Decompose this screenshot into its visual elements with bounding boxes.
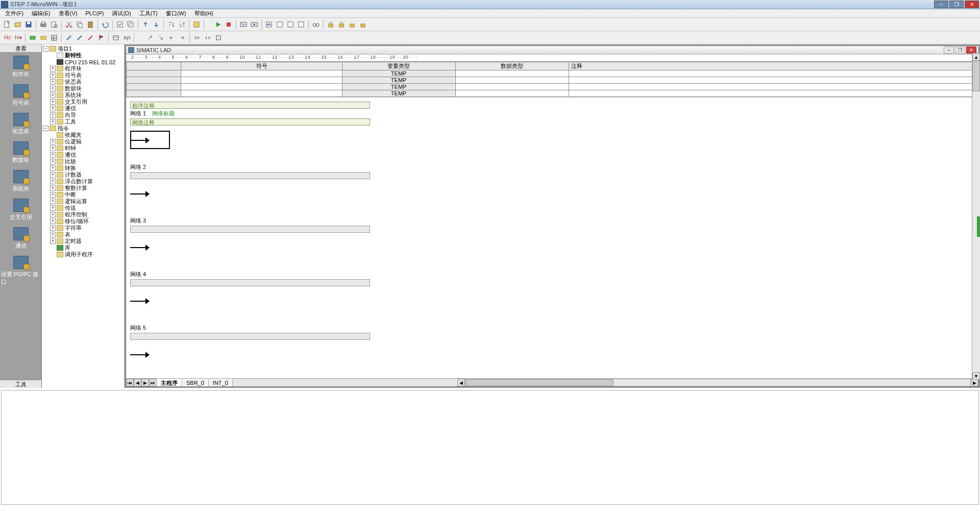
nav-item-status-table[interactable]: 状态表: [0, 110, 41, 138]
tree-node-instr[interactable]: −指令: [43, 125, 123, 132]
output-panel[interactable]: [1, 390, 979, 505]
wand1-button[interactable]: [64, 33, 74, 43]
menu-debug[interactable]: 调试(D): [108, 9, 135, 18]
variable-table[interactable]: 符号 变量类型 数据类型 注释 TEMPTEMPTEMPTEMP: [126, 62, 978, 97]
tree-node[interactable]: +字符串: [43, 225, 123, 231]
nav-item-program-block[interactable]: 程序块: [0, 53, 41, 81]
rung[interactable]: [130, 291, 978, 312]
col-comment[interactable]: 注释: [569, 62, 978, 70]
expand-icon[interactable]: +: [50, 79, 56, 85]
tab-first-button[interactable]: ⏮: [126, 379, 134, 386]
table-row[interactable]: TEMP: [127, 70, 978, 77]
tree-node[interactable]: +状态表: [43, 79, 123, 85]
new-button[interactable]: [2, 19, 12, 30]
network[interactable]: 网络 3: [130, 217, 978, 258]
cell-vartype[interactable]: TEMP: [342, 90, 455, 97]
tree-node[interactable]: +数据块: [43, 85, 123, 92]
wand3-button[interactable]: [85, 33, 95, 43]
arrow-left-button[interactable]: [166, 33, 177, 43]
mdi-restore-button[interactable]: ❐: [955, 46, 965, 54]
hscroll-track[interactable]: [465, 379, 971, 386]
copy-button[interactable]: [75, 19, 85, 30]
network-title-link[interactable]: 网络标题: [152, 110, 175, 116]
col-vartype[interactable]: 变量类型: [342, 62, 455, 70]
collapse-icon[interactable]: −: [43, 46, 48, 52]
lock1-button[interactable]: [326, 19, 336, 30]
tab-next-button[interactable]: ▶: [141, 379, 149, 386]
download-button[interactable]: [151, 19, 161, 30]
tree-node[interactable]: +程序块: [43, 65, 123, 72]
sort-desc-button[interactable]: [177, 19, 187, 30]
tab-prev-button[interactable]: ◀: [134, 379, 141, 386]
table-row[interactable]: TEMP: [127, 77, 978, 84]
tree-node[interactable]: +工具: [43, 118, 123, 125]
table-button[interactable]: [49, 33, 59, 43]
vscroll-thumb[interactable]: [972, 61, 980, 91]
stop-button[interactable]: [224, 19, 234, 30]
menu-plc[interactable]: PLC(P): [81, 10, 108, 17]
network[interactable]: 网络 4: [130, 271, 978, 312]
sym-button[interactable]: sym: [121, 33, 132, 43]
tab-main[interactable]: 主程序: [157, 379, 182, 386]
wand2-button[interactable]: [75, 33, 85, 43]
cell-datatype[interactable]: [455, 90, 569, 97]
ladder-canvas[interactable]: 程序注释 网络 1网络标题网络注释网络 2网络 3网络 4网络 5: [126, 97, 978, 378]
nav-item-pgpc[interactable]: 设置 PG/PC 接口: [0, 253, 41, 289]
cell-symbol[interactable]: [181, 70, 342, 77]
project-tree[interactable]: −项目1 新特性 CPU 215 REL 01.02 +程序块+符号表+状态表+…: [42, 44, 125, 388]
hscroll-left-button[interactable]: ◀: [457, 379, 465, 386]
expand-handle[interactable]: [977, 216, 980, 237]
nav-item-cross-ref[interactable]: 交叉引用: [0, 196, 41, 224]
tree-node-project[interactable]: −项目1: [43, 45, 123, 52]
tree-node-fav[interactable]: 收藏夹: [43, 132, 123, 138]
nav-footer[interactable]: 工具: [0, 380, 41, 388]
network-comment[interactable]: [130, 333, 370, 340]
cell-comment[interactable]: [569, 77, 978, 84]
glasses-button[interactable]: [311, 19, 321, 30]
upload-button[interactable]: [140, 19, 151, 30]
nav-item-comm[interactable]: 通信: [0, 224, 41, 253]
tab-last-button[interactable]: ⏭: [149, 379, 157, 386]
cell-datatype[interactable]: [455, 84, 569, 90]
network[interactable]: 网络 2: [130, 163, 978, 205]
print-button[interactable]: [38, 19, 48, 30]
lock2-button[interactable]: [336, 19, 347, 30]
expand-icon[interactable]: +: [50, 112, 56, 118]
tree-node[interactable]: +移位/循环: [43, 218, 123, 225]
contact-nc-button[interactable]: H●: [13, 33, 23, 43]
network-comment[interactable]: 网络注释: [130, 118, 370, 126]
save-button[interactable]: [23, 19, 34, 30]
cell-vartype[interactable]: TEMP: [342, 84, 455, 90]
contact-no-button[interactable]: Ho: [2, 33, 12, 43]
tree-node[interactable]: 调用子程序: [43, 251, 123, 258]
chart3-button[interactable]: [285, 19, 296, 30]
menu-view[interactable]: 查看(V): [55, 9, 82, 18]
menu-edit[interactable]: 编辑(E): [28, 9, 55, 18]
run-button[interactable]: [213, 19, 223, 30]
hscroll-thumb[interactable]: [465, 379, 614, 386]
nav-item-data-block[interactable]: 数据块: [0, 138, 41, 167]
sort-asc-button[interactable]: [166, 19, 176, 30]
cell-vartype[interactable]: TEMP: [342, 70, 455, 77]
cell-datatype[interactable]: [455, 77, 569, 84]
cell-symbol[interactable]: [181, 77, 342, 84]
tab-int0[interactable]: INT_0: [209, 379, 233, 386]
expand-icon[interactable]: +: [50, 192, 56, 198]
arrow-right-button[interactable]: [177, 33, 187, 43]
expand-icon[interactable]: +: [50, 139, 56, 144]
status-button[interactable]: [28, 33, 38, 43]
network-comment[interactable]: [130, 279, 370, 286]
options-button[interactable]: [191, 19, 202, 30]
tree-node-new-feature[interactable]: 新特性: [43, 52, 123, 59]
tree-node[interactable]: +向导: [43, 112, 123, 118]
tree-node[interactable]: +定时器: [43, 238, 123, 245]
tab-sbr0[interactable]: SBR_0: [182, 379, 209, 386]
cell-symbol[interactable]: [181, 84, 342, 90]
monitor1-button[interactable]: [238, 19, 249, 30]
expand-icon[interactable]: +: [50, 205, 56, 211]
expand-icon[interactable]: +: [50, 99, 56, 105]
nav-item-symbol-table[interactable]: 符号表: [0, 81, 41, 110]
chart4-button[interactable]: [296, 19, 306, 30]
lock4-button[interactable]: [358, 19, 368, 30]
status2-button[interactable]: [38, 33, 48, 43]
